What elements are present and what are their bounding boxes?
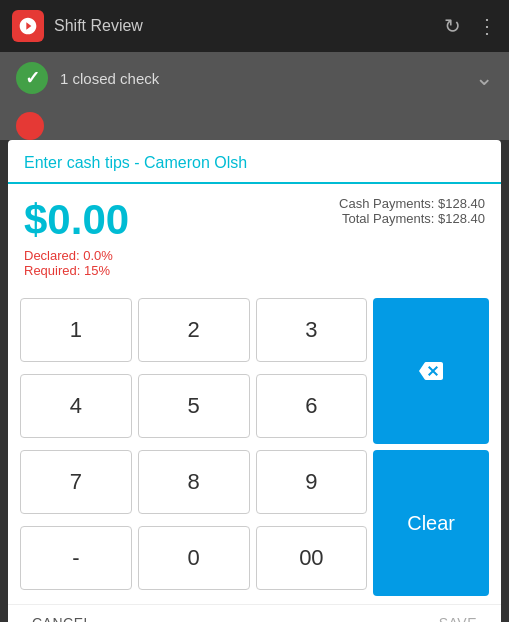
cash-tips-dialog: Enter cash tips - Cameron Olsh $0.00 Dec…	[8, 140, 501, 622]
dialog-title: Enter cash tips - Cameron Olsh	[24, 154, 247, 171]
declared-text: Declared: 0.0%	[24, 248, 129, 263]
key-1[interactable]: 1	[20, 298, 132, 362]
notification-bar: ✓ 1 closed check ⌄	[0, 52, 509, 104]
chevron-down-icon[interactable]: ⌄	[475, 65, 493, 91]
total-payments-text: Total Payments: $128.40	[339, 211, 485, 226]
check-circle-icon: ✓	[16, 62, 48, 94]
cash-payments-text: Cash Payments: $128.40	[339, 196, 485, 211]
right-column: Clear	[373, 298, 489, 596]
cancel-button[interactable]: Cancel	[32, 615, 92, 622]
keypad-row-1: 1 2 3	[20, 298, 367, 362]
key-0[interactable]: 0	[138, 526, 250, 590]
key-4[interactable]: 4	[20, 374, 132, 438]
key-6[interactable]: 6	[256, 374, 368, 438]
keypad-main: 1 2 3 4 5 6 7 8 9 - 0 00	[20, 298, 489, 596]
amount-display: $0.00	[24, 196, 129, 244]
key-5[interactable]: 5	[138, 374, 250, 438]
dialog-body: $0.00 Declared: 0.0% Required: 15% Cash …	[8, 184, 501, 298]
declared-required: Declared: 0.0% Required: 15%	[24, 248, 129, 278]
key-8[interactable]: 8	[138, 450, 250, 514]
more-options-icon[interactable]: ⋮	[477, 14, 497, 38]
dialog-footer: Cancel Save	[8, 604, 501, 622]
clear-button[interactable]: Clear	[373, 450, 489, 596]
red-badge	[16, 112, 44, 140]
key-dash[interactable]: -	[20, 526, 132, 590]
payments-block: Cash Payments: $128.40 Total Payments: $…	[339, 196, 485, 226]
key-9[interactable]: 9	[256, 450, 368, 514]
required-text: Required: 15%	[24, 263, 129, 278]
key-7[interactable]: 7	[20, 450, 132, 514]
app-bar-right: ↻ ⋮	[444, 14, 497, 38]
app-icon	[12, 10, 44, 42]
app-bar-left: Shift Review	[12, 10, 143, 42]
keypad: 1 2 3 4 5 6 7 8 9 - 0 00	[8, 298, 501, 604]
notification-text: 1 closed check	[60, 70, 159, 87]
red-badge-row	[0, 104, 509, 140]
dialog-header: Enter cash tips - Cameron Olsh	[8, 140, 501, 184]
backspace-icon	[415, 359, 447, 383]
num-grid: 1 2 3 4 5 6 7 8 9 - 0 00	[20, 298, 367, 596]
key-00[interactable]: 00	[256, 526, 368, 590]
amount-left: $0.00 Declared: 0.0% Required: 15%	[24, 196, 129, 286]
app-bar: Shift Review ↻ ⋮	[0, 0, 509, 52]
keypad-row-2: 4 5 6	[20, 374, 367, 438]
key-2[interactable]: 2	[138, 298, 250, 362]
app-title: Shift Review	[54, 17, 143, 35]
refresh-icon[interactable]: ↻	[444, 14, 461, 38]
save-button[interactable]: Save	[439, 615, 477, 622]
backspace-button[interactable]	[373, 298, 489, 444]
amount-row: $0.00 Declared: 0.0% Required: 15% Cash …	[24, 196, 485, 286]
notification-left: ✓ 1 closed check	[16, 62, 159, 94]
keypad-row-3: 7 8 9	[20, 450, 367, 514]
key-3[interactable]: 3	[256, 298, 368, 362]
keypad-row-4: - 0 00	[20, 526, 367, 590]
